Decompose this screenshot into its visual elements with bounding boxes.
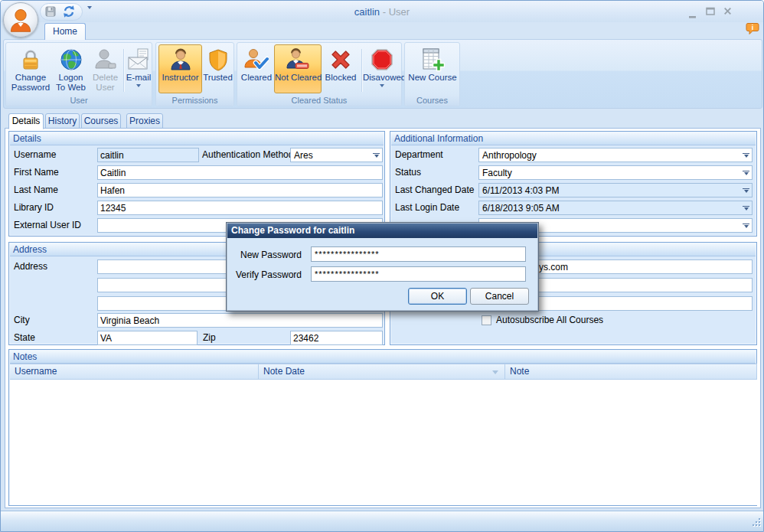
- zip-label: Zip: [203, 331, 216, 345]
- notes-column-note[interactable]: Note: [505, 364, 757, 380]
- combo-arrow-icon: [373, 153, 380, 154]
- notes-column-username[interactable]: Username: [10, 364, 259, 380]
- red-x-icon: [328, 47, 353, 72]
- title-bar: caitlin - User: [1, 1, 763, 22]
- department-combo[interactable]: Anthropology: [478, 148, 753, 162]
- change-password-button[interactable]: Change Password: [8, 44, 53, 93]
- address-label: Address: [14, 259, 47, 274]
- logon-to-web-button[interactable]: Logon To Web: [53, 44, 89, 93]
- status-label: Status: [395, 165, 421, 180]
- combo-arrow-icon: [743, 206, 749, 207]
- help-info-icon[interactable]: i: [746, 22, 759, 38]
- group-label-cleared-status: Cleared Status: [237, 95, 401, 106]
- zip-field[interactable]: [290, 331, 383, 345]
- cleared-button[interactable]: Cleared: [239, 44, 274, 93]
- minimize-button[interactable]: [689, 11, 697, 21]
- maximize-button[interactable]: [706, 7, 715, 18]
- state-field[interactable]: [97, 331, 198, 345]
- details-panel-header: Details: [10, 132, 384, 145]
- shield-icon: [206, 47, 230, 72]
- last-login-date-label: Last Login Date: [395, 201, 459, 215]
- group-label-user: User: [6, 95, 152, 106]
- last-changed-date-combo[interactable]: 6/11/2013 4:03 PM: [478, 183, 753, 197]
- state-label: State: [14, 331, 35, 345]
- application-orb-button[interactable]: [3, 2, 38, 38]
- auth-method-label: Authentication Method: [202, 148, 293, 162]
- ribbon-group-courses: New Course Courses: [404, 42, 460, 106]
- trusted-button[interactable]: Trusted: [202, 44, 233, 93]
- stop-octagon-icon: [370, 47, 394, 72]
- last-name-label: Last Name: [14, 183, 58, 197]
- first-name-field[interactable]: [97, 165, 383, 180]
- group-separator: [123, 49, 124, 92]
- additional-info-panel: Additional Information Department Anthro…: [390, 131, 757, 237]
- envelope-icon: [126, 47, 151, 72]
- verify-password-label: Verify Password: [234, 267, 302, 282]
- tab-courses[interactable]: Courses: [81, 113, 121, 129]
- grid-plus-icon: [420, 47, 445, 72]
- new-password-label: New Password: [234, 247, 302, 263]
- department-label: Department: [395, 148, 443, 162]
- combo-arrow-icon: [743, 153, 749, 154]
- change-password-dialog: Change Password for caitlin New Password…: [226, 222, 539, 312]
- last-changed-date-label: Last Changed Date: [395, 183, 474, 197]
- status-bar: [1, 511, 763, 531]
- autosubscribe-checkbox[interactable]: [482, 315, 491, 325]
- cancel-button[interactable]: Cancel: [470, 288, 529, 305]
- city-field[interactable]: [97, 313, 383, 328]
- padlock-icon: [18, 47, 43, 72]
- close-button[interactable]: [723, 7, 732, 18]
- username-label: Username: [14, 148, 56, 162]
- person-gray-icon: [93, 47, 118, 72]
- new-password-field[interactable]: [311, 246, 526, 262]
- ribbon-group-user: Change Password Logon To Web Delete User: [5, 42, 152, 106]
- autosubscribe-label: Autosubscribe All Courses: [496, 313, 603, 328]
- notes-panel: Notes Username Note Date Note: [8, 349, 757, 506]
- delete-user-button: Delete User: [89, 44, 122, 93]
- combo-arrow-icon: [743, 171, 749, 171]
- blocked-button[interactable]: Blocked: [322, 44, 360, 93]
- external-user-id-label: External User ID: [14, 218, 81, 233]
- first-name-label: First Name: [14, 165, 59, 180]
- group-label-permissions: Permissions: [156, 95, 233, 106]
- notes-panel-header: Notes: [10, 351, 756, 364]
- city-label: City: [14, 313, 30, 328]
- combo-arrow-icon: [743, 224, 749, 224]
- details-panel: Details Username Authentication Method A…: [8, 131, 385, 237]
- tab-history[interactable]: History: [45, 113, 80, 129]
- tab-details[interactable]: Details: [8, 113, 44, 129]
- notes-grid-body[interactable]: [10, 380, 757, 505]
- last-name-field[interactable]: [97, 183, 383, 197]
- resize-grip-icon[interactable]: [752, 517, 762, 530]
- sort-descending-icon: [492, 370, 498, 374]
- person-suit-icon: [168, 47, 193, 72]
- ok-button[interactable]: OK: [408, 288, 467, 305]
- ribbon-group-cleared-status: Cleared Not Cleared Blocked Disavowed: [237, 42, 402, 106]
- last-login-date-combo[interactable]: 6/18/2013 9:05 AM: [478, 201, 753, 215]
- ribbon-group-permissions: Instructor Trusted Permissions: [155, 42, 234, 106]
- library-id-label: Library ID: [14, 201, 54, 215]
- status-combo[interactable]: Faculty: [478, 165, 753, 180]
- instructor-button[interactable]: Instructor: [158, 44, 202, 93]
- library-id-field[interactable]: [97, 201, 383, 215]
- notes-column-note-date[interactable]: Note Date: [259, 364, 505, 380]
- verify-password-field[interactable]: [311, 266, 526, 282]
- group-label-courses: Courses: [405, 95, 459, 106]
- additional-info-panel-header: Additional Information: [391, 132, 756, 145]
- disavowed-button[interactable]: Disavowed: [362, 44, 401, 93]
- tab-proxies[interactable]: Proxies: [126, 113, 163, 129]
- person-check-icon: [244, 47, 269, 72]
- username-field[interactable]: [97, 148, 199, 162]
- person-red-bar-icon: [286, 47, 310, 72]
- ribbon: Change Password Logon To Web Delete User: [3, 39, 762, 109]
- window-title: caitlin - User: [1, 6, 763, 18]
- new-course-button[interactable]: New Course: [406, 44, 459, 93]
- dialog-title-bar: Change Password for caitlin: [227, 224, 537, 238]
- chevron-down-icon: [380, 84, 384, 87]
- svg-text:i: i: [752, 24, 754, 31]
- email-button[interactable]: E-mail: [125, 44, 152, 93]
- ribbon-tab-home[interactable]: Home: [44, 23, 86, 40]
- auth-method-combo[interactable]: Ares: [290, 148, 383, 162]
- not-cleared-button[interactable]: Not Cleared: [274, 44, 322, 93]
- combo-arrow-icon: [743, 188, 749, 189]
